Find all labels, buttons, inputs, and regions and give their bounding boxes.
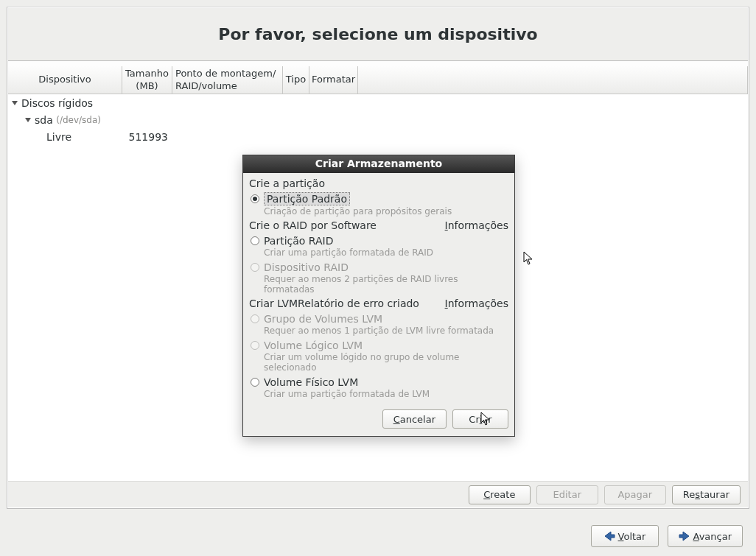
back-button[interactable]: Voltar — [591, 525, 659, 547]
radio-icon[interactable] — [251, 194, 259, 203]
option-desc: Criar uma partição formatada de LVM — [249, 389, 508, 399]
dialog-create-button[interactable]: Criar — [452, 409, 508, 429]
dialog-body: Crie a partição Partição Padrão Criação … — [243, 173, 514, 405]
tree-label-disk: sda — [35, 114, 53, 126]
col-rest — [358, 66, 748, 94]
next-button[interactable]: Avançar — [668, 525, 743, 547]
option-desc: Criação de partição para propósitos gera… — [249, 206, 508, 217]
col-device[interactable]: Dispositivo — [8, 66, 122, 94]
section-label: Crie o RAID por Software — [249, 219, 377, 231]
section-create-partition: Crie a partição — [249, 177, 508, 189]
option-label: Partição RAID — [264, 234, 333, 247]
svg-marker-2 — [605, 532, 615, 541]
option-label: Partição Padrão — [264, 192, 350, 205]
option-lvm-logical-volume: Volume Lógico LVM — [249, 339, 508, 351]
col-mount[interactable]: Ponto de montagem/ RAID/volume — [172, 66, 283, 94]
tree-row-free[interactable]: Livre 511993 — [8, 128, 748, 145]
tree-row-disk[interactable]: sda (/dev/sda) — [8, 111, 748, 128]
option-desc: Criar um volume lógido no grupo de volum… — [249, 352, 508, 373]
radio-icon — [251, 263, 259, 272]
tree-label-root: Discos rígidos — [21, 97, 93, 109]
create-storage-dialog: Criar Armazenamento Crie a partição Part… — [242, 155, 515, 437]
wizard-nav: Voltar Avançar — [591, 525, 743, 547]
option-desc: Requer ao menos 1 partição de LVM livre … — [249, 325, 508, 336]
title-bar: Por favor, selecione um dispositivo — [8, 8, 748, 61]
radio-icon — [251, 314, 259, 323]
arrow-right-icon — [679, 530, 690, 542]
svg-marker-1 — [25, 118, 31, 122]
create-button[interactable]: Create — [469, 485, 531, 504]
option-label: Grupo de Volumes LVM — [264, 312, 382, 325]
option-raid-partition[interactable]: Partição RAID — [249, 234, 508, 247]
svg-marker-3 — [679, 532, 689, 541]
table-body: Discos rígidos sda (/dev/sda) Livre 5119… — [8, 94, 748, 145]
col-format[interactable]: Formatar — [309, 66, 358, 94]
tree-row-root[interactable]: Discos rígidos — [8, 94, 748, 111]
col-type[interactable]: Tipo — [283, 66, 309, 94]
cancel-button[interactable]: Cancelar — [382, 409, 447, 429]
delete-button: Apagar — [604, 485, 666, 504]
restore-button[interactable]: Restaurar — [672, 485, 741, 504]
tree-disk-path: (/dev/sda) — [56, 115, 101, 125]
section-label: Crie a partição — [249, 177, 325, 189]
dialog-title: Criar Armazenamento — [243, 155, 514, 173]
option-label: Volume Físico LVM — [264, 376, 358, 388]
section-label: Criar LVMRelatório de erro criado — [249, 298, 419, 309]
section-lvm: Criar LVMRelatório de erro criado Inform… — [249, 298, 508, 309]
arrow-left-icon — [603, 530, 615, 542]
table-header: Dispositivo Tamanho (MB) Ponto de montag… — [8, 66, 748, 94]
option-desc: Criar uma partição formatada de RAID — [249, 247, 508, 258]
radio-icon[interactable] — [251, 236, 259, 245]
page-title: Por favor, selecione um dispositivo — [218, 25, 537, 43]
expander-icon[interactable] — [24, 116, 32, 124]
edit-button: Editar — [536, 485, 598, 504]
option-label: Dispositivo RAID — [264, 261, 349, 273]
option-desc: Requer ao menos 2 partições de RAID livr… — [249, 274, 508, 295]
option-raid-device: Dispositivo RAID — [249, 261, 508, 273]
tree-free-size: 511993 — [122, 131, 172, 143]
lvm-info-link[interactable]: Informações — [445, 298, 508, 309]
option-lvm-physical-volume[interactable]: Volume Físico LVM — [249, 376, 508, 388]
col-size[interactable]: Tamanho (MB) — [122, 66, 172, 94]
table-action-bar: Create Editar Apagar Restaurar — [8, 481, 748, 507]
svg-marker-0 — [12, 101, 18, 105]
section-software-raid: Crie o RAID por Software Informações — [249, 219, 508, 231]
radio-icon[interactable] — [251, 378, 259, 387]
option-standard-partition[interactable]: Partição Padrão — [249, 192, 508, 205]
tree-label-free: Livre — [46, 131, 122, 143]
option-lvm-volume-group: Grupo de Volumes LVM — [249, 312, 508, 325]
option-label: Volume Lógico LVM — [264, 339, 363, 351]
raid-info-link[interactable]: Informações — [445, 219, 508, 231]
dialog-actions: Cancelar Criar — [243, 405, 514, 436]
radio-icon — [251, 341, 259, 350]
expander-icon[interactable] — [11, 99, 18, 107]
